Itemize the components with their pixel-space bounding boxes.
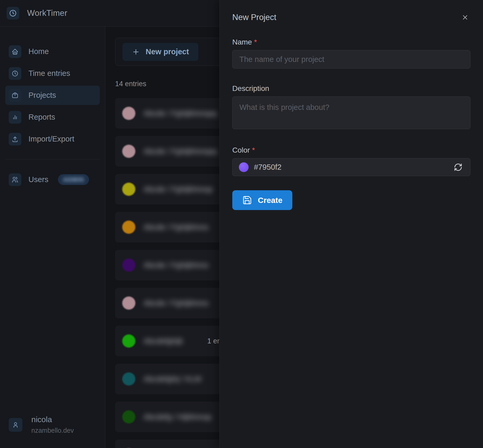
app-logo [7,7,19,20]
project-color-dot [122,107,135,120]
new-project-form: Name* Description Color* #7950f2 Create [220,38,483,210]
project-color-dot [122,183,135,196]
sidebar-item-label: Import/Export [28,135,74,143]
drawer-title: New Project [232,13,276,22]
color-swatch [239,162,249,172]
users-icon [9,173,21,186]
close-drawer-button[interactable] [460,12,470,23]
sidebar-nav: HomeTime entriesProjectsReportsImport/Ex… [0,42,105,149]
refresh-icon [454,163,462,172]
sidebar-item-time-entries[interactable]: Time entries [5,64,100,83]
project-name-blurred: Abcde / Fghijklmno [144,299,209,308]
project-name-blurred: Abcde / Fghijklmno [144,261,209,270]
clock-icon [9,67,21,80]
sidebar-item-import-export[interactable]: Import/Export [5,129,100,149]
sidebar-item-projects[interactable]: Projects [5,86,100,105]
project-name-blurred: Abcde / Fghijklmnopq [144,109,217,118]
app-title: WorkTimer [27,8,67,18]
create-button[interactable]: Create [232,190,292,210]
create-button-label: Create [258,196,282,205]
project-name-blurred: Abcdefg / Hijklmnop [144,413,211,421]
required-marker: * [252,146,255,154]
name-input[interactable] [232,50,470,69]
project-name-blurred: Abcdefghijk [144,337,183,345]
name-label: Name* [232,38,470,46]
save-icon [242,195,252,205]
project-color-dot [122,259,135,272]
new-project-button[interactable]: New project [122,43,198,61]
bar-chart-icon [9,111,21,124]
project-name-blurred: Abcdefghij / KLM [144,375,201,383]
sidebar: HomeTime entriesProjectsReportsImport/Ex… [0,27,105,448]
sidebar-item-label: Time entries [28,69,70,78]
sidebar-item-label: Reports [28,113,55,121]
admin-badge-text: ADMIN [63,176,84,183]
description-label: Description [232,84,470,93]
new-project-drawer: New Project Name* Description Color* #79… [219,0,483,448]
admin-badge: ADMIN [58,174,89,185]
avatar [9,418,22,432]
sidebar-item-label: Projects [28,91,56,100]
description-textarea[interactable] [232,96,470,129]
color-value: #7950f2 [254,163,282,172]
sidebar-item-home[interactable]: Home [5,42,100,61]
sidebar-item-label: Home [28,47,49,56]
project-name-blurred: Abcde / Fghijklmnop [144,185,213,194]
color-label: Color* [232,146,470,154]
sidebar-divider [5,159,100,159]
sidebar-item-reports[interactable]: Reports [5,108,100,127]
required-marker: * [254,38,257,46]
upload-icon [9,133,21,145]
project-color-dot [122,221,135,234]
project-name-blurred: Abcde / Fghijklmnopq [144,147,217,156]
new-project-button-label: New project [146,47,189,56]
plus-icon [132,48,140,56]
sidebar-item-users[interactable]: Users ADMIN [5,170,100,189]
project-color-dot [122,372,135,386]
project-name-blurred: Abcde / Fghijklmno [144,223,209,232]
home-icon [9,45,21,58]
footer-username: nicola [31,415,74,424]
project-color-dot [122,410,135,423]
project-color-dot [122,145,135,158]
project-color-dot [122,296,135,310]
sidebar-user-footer[interactable]: nicola nzambello.dev [5,415,77,434]
footer-domain: nzambello.dev [31,427,74,434]
briefcase-icon [9,89,21,102]
randomize-color-button[interactable] [452,161,464,173]
drawer-header: New Project [220,0,483,23]
color-input[interactable]: #7950f2 [232,158,470,176]
entries-count: 14 entries [115,80,146,88]
project-color-dot [122,334,135,348]
close-icon [461,14,469,21]
sidebar-item-label: Users [28,175,48,184]
clock-logo-icon [9,9,17,17]
